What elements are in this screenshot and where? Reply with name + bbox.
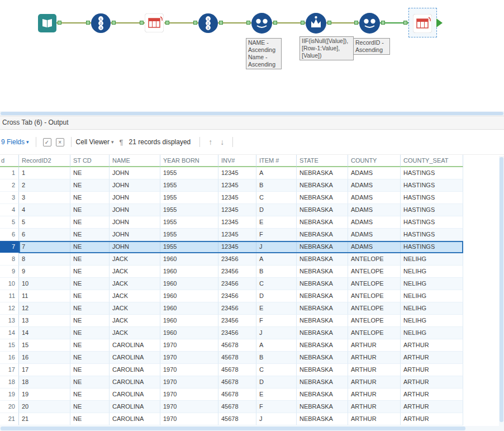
row-number-cell[interactable]: 17 — [0, 364, 19, 376]
cell-county-seat[interactable]: ARTHUR — [401, 376, 463, 389]
cell-inv-[interactable]: 45678 — [218, 339, 256, 352]
sort-tool-2-annotation[interactable]: RecordID - Ascending — [353, 38, 390, 55]
cell-inv-[interactable]: 45678 — [218, 376, 256, 389]
cell-inv-[interactable]: 23456 — [218, 327, 256, 339]
table-row[interactable]: 88NEJACK196023456ANEBRASKAANTELOPENELIHG — [0, 253, 499, 266]
cell-county[interactable]: ANTELOPE — [348, 290, 401, 302]
row-number-cell[interactable]: 5 — [0, 216, 19, 229]
connection-anchor[interactable] — [354, 21, 358, 25]
cell-st-cd[interactable]: NE — [70, 315, 110, 327]
cell-state[interactable]: NEBRASKA — [297, 290, 348, 302]
table-row[interactable]: 1111NEJACK196023456DNEBRASKAANTELOPENELI… — [0, 290, 499, 302]
table-row[interactable]: 2020NECAROLINA197045678FNEBRASKAARTHURAR… — [0, 401, 499, 413]
cell-recordid2[interactable]: 9 — [19, 266, 70, 278]
connection-anchor[interactable] — [165, 21, 169, 25]
cell-name[interactable]: JOHN — [110, 216, 160, 229]
cell-state[interactable]: NEBRASKA — [297, 253, 348, 266]
cell-name[interactable]: CAROLINA — [110, 339, 160, 352]
cell-county[interactable]: ADAMS — [348, 216, 401, 229]
cell-recordid2[interactable]: 2 — [19, 179, 70, 192]
cell-year-born[interactable]: 1970 — [160, 401, 218, 413]
cell-item-[interactable]: A — [256, 339, 297, 352]
cell-county-seat[interactable]: NELIHG — [401, 266, 463, 278]
cell-recordid2[interactable]: 12 — [19, 302, 70, 315]
cell-state[interactable]: NEBRASKA — [297, 315, 348, 327]
cell-year-born[interactable]: 1970 — [160, 339, 218, 352]
cell-item-[interactable]: J — [256, 327, 297, 339]
cell-recordid2[interactable]: 13 — [19, 315, 70, 327]
cell-state[interactable]: NEBRASKA — [297, 179, 348, 192]
cell-year-born[interactable]: 1960 — [160, 302, 218, 315]
transpose-tool[interactable] — [145, 13, 164, 35]
horizontal-scrollbar-thumb[interactable] — [1, 427, 465, 430]
cell-state[interactable]: NEBRASKA — [297, 204, 348, 216]
column-header-inv-[interactable]: INV# — [218, 155, 256, 167]
table-row[interactable]: 33NEJOHN195512345CNEBRASKAADAMSHASTINGS — [0, 192, 499, 204]
column-header-county-seat[interactable]: COUNTY_SEAT — [401, 155, 463, 167]
cell-state[interactable]: NEBRASKA — [297, 413, 348, 425]
connection-anchor[interactable] — [273, 21, 277, 25]
cell-name[interactable]: JACK — [110, 253, 160, 266]
cell-item-[interactable]: F — [256, 401, 297, 413]
row-number-cell[interactable]: 19 — [0, 389, 19, 401]
cell-county[interactable]: ANTELOPE — [348, 315, 401, 327]
cell-recordid2[interactable]: 1 — [19, 167, 70, 179]
canvas-horizontal-scrollbar[interactable] — [0, 111, 504, 116]
cell-county-seat[interactable]: NELIHG — [401, 253, 463, 266]
cell-recordid2[interactable]: 4 — [19, 204, 70, 216]
column-header-recordid2[interactable]: RecordID2 — [19, 155, 70, 167]
cell-st-cd[interactable]: NE — [70, 352, 110, 364]
cell-inv-[interactable]: 12345 — [218, 229, 256, 241]
cell-inv-[interactable]: 45678 — [218, 352, 256, 364]
cell-recordid2[interactable]: 17 — [19, 364, 70, 376]
output-anchor-arrow[interactable] — [436, 18, 443, 27]
cell-state[interactable]: NEBRASKA — [297, 376, 348, 389]
multi-row-formula-tool[interactable] — [306, 13, 326, 36]
cell-inv-[interactable]: 23456 — [218, 302, 256, 315]
cell-county-seat[interactable]: ARTHUR — [401, 401, 463, 413]
workflow-canvas[interactable]: 123123NAME - Ascending Name - AscendingI… — [0, 0, 504, 111]
cell-county-seat[interactable]: ARTHUR — [401, 364, 463, 376]
cell-inv-[interactable]: 23456 — [218, 266, 256, 278]
table-row[interactable]: 1212NEJACK196023456ENEBRASKAANTELOPENELI… — [0, 302, 499, 315]
cell-year-born[interactable]: 1970 — [160, 364, 218, 376]
cell-year-born[interactable]: 1960 — [160, 315, 218, 327]
cell-county-seat[interactable]: HASTINGS — [401, 167, 463, 179]
cell-inv-[interactable]: 12345 — [218, 192, 256, 204]
cell-item-[interactable]: D — [256, 204, 297, 216]
cell-st-cd[interactable]: NE — [70, 192, 110, 204]
cross-tab-tool[interactable] — [413, 14, 432, 35]
cell-county[interactable]: ARTHUR — [348, 389, 401, 401]
cell-viewer-dropdown[interactable]: Cell Viewer — [76, 138, 110, 146]
table-row[interactable]: 22NEJOHN195512345BNEBRASKAADAMSHASTINGS — [0, 179, 499, 192]
cell-county-seat[interactable]: HASTINGS — [401, 216, 463, 229]
cell-recordid2[interactable]: 3 — [19, 192, 70, 204]
cell-county[interactable]: ARTHUR — [348, 413, 401, 425]
cell-inv-[interactable]: 12345 — [218, 216, 256, 229]
cell-st-cd[interactable]: NE — [70, 253, 110, 266]
cell-name[interactable]: CAROLINA — [110, 352, 160, 364]
cell-county[interactable]: ARTHUR — [348, 339, 401, 352]
cell-item-[interactable]: C — [256, 364, 297, 376]
cell-state[interactable]: NEBRASKA — [297, 216, 348, 229]
cell-item-[interactable]: J — [256, 241, 297, 253]
cell-year-born[interactable]: 1955 — [160, 179, 218, 192]
column-header-year-born[interactable]: YEAR BORN — [160, 155, 218, 167]
cell-state[interactable]: NEBRASKA — [297, 241, 348, 253]
cell-recordid2[interactable]: 14 — [19, 327, 70, 339]
cell-name[interactable]: CAROLINA — [110, 376, 160, 389]
scroll-up-icon[interactable]: ↑ — [208, 138, 212, 146]
cell-state[interactable]: NEBRASKA — [297, 302, 348, 315]
cell-item-[interactable]: B — [256, 352, 297, 364]
select-check-icon[interactable]: ✓ — [43, 138, 51, 146]
cell-state[interactable]: NEBRASKA — [297, 364, 348, 376]
cell-county[interactable]: ANTELOPE — [348, 253, 401, 266]
scroll-down-icon[interactable]: ↓ — [220, 138, 224, 146]
row-number-cell[interactable]: 20 — [0, 401, 19, 413]
row-number-cell[interactable]: 13 — [0, 315, 19, 327]
cell-name[interactable]: JACK — [110, 302, 160, 315]
cell-st-cd[interactable]: NE — [70, 364, 110, 376]
cell-state[interactable]: NEBRASKA — [297, 278, 348, 290]
cell-inv-[interactable]: 23456 — [218, 253, 256, 266]
cell-inv-[interactable]: 45678 — [218, 364, 256, 376]
